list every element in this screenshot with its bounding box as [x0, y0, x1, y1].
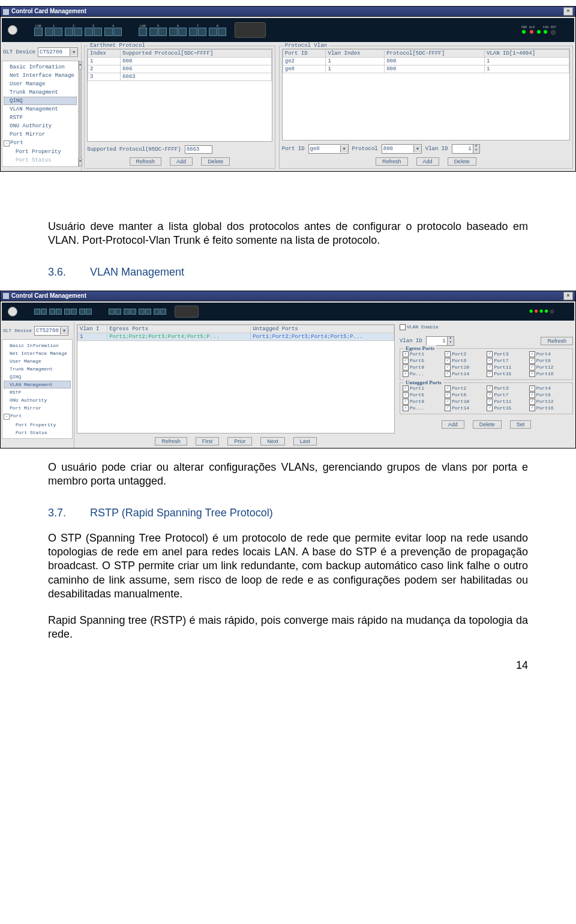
- nav-item-qinq[interactable]: QINQ: [4, 97, 77, 105]
- port-checkbox[interactable]: ✓Port7: [487, 358, 527, 364]
- nav-item-qinq[interactable]: QINQ: [4, 373, 71, 381]
- port-checkbox[interactable]: ✓Port3: [487, 351, 527, 357]
- checkbox-icon[interactable]: ✓: [529, 351, 535, 357]
- port-checkbox[interactable]: ✓Po...: [403, 405, 443, 411]
- port-checkbox[interactable]: ✓Port6: [445, 392, 485, 398]
- port-checkbox[interactable]: ✓Port2: [445, 385, 485, 391]
- port-checkbox[interactable]: ✓Port4: [529, 351, 570, 357]
- checkbox-icon[interactable]: ✓: [487, 385, 493, 391]
- checkbox-icon[interactable]: [400, 324, 406, 330]
- refresh-button[interactable]: Refresh: [376, 157, 408, 166]
- refresh-button[interactable]: Refresh: [155, 437, 187, 445]
- refresh-button[interactable]: Refresh: [541, 337, 573, 345]
- supported-protocol-input[interactable]: [185, 145, 212, 154]
- nav-item-vlan[interactable]: VLAN Management: [4, 381, 71, 388]
- checkbox-icon[interactable]: ✓: [529, 405, 535, 411]
- nav-item-vlan[interactable]: VLAN Management: [4, 105, 77, 113]
- nav-item-onu[interactable]: ONU Authority: [4, 122, 77, 130]
- delete-button[interactable]: Delete: [448, 157, 476, 166]
- checkbox-icon[interactable]: ✓: [403, 358, 409, 364]
- collapse-icon[interactable]: -: [4, 140, 10, 146]
- nav-item-port-prop[interactable]: Port Properity: [4, 148, 77, 156]
- checkbox-icon[interactable]: ✓: [403, 385, 409, 391]
- prior-button[interactable]: Prior: [227, 437, 252, 445]
- set-button[interactable]: Set: [510, 420, 532, 429]
- checkbox-icon[interactable]: ✓: [445, 351, 451, 357]
- port-checkbox[interactable]: ✓Port14: [445, 405, 485, 411]
- checkbox-icon[interactable]: ✓: [487, 392, 493, 398]
- checkbox-icon[interactable]: ✓: [445, 399, 451, 405]
- port-checkbox[interactable]: ✓Port6: [445, 358, 485, 364]
- chevron-down-icon[interactable]: ▼: [413, 145, 421, 152]
- checkbox-icon[interactable]: ✓: [403, 399, 409, 405]
- port-checkbox[interactable]: ✓Port15: [487, 405, 527, 411]
- nav-item-trunk[interactable]: Trunk Managment: [4, 88, 77, 97]
- chevron-down-icon[interactable]: ▼: [70, 49, 77, 56]
- nav-item-port-status[interactable]: Port Status: [4, 429, 71, 436]
- checkbox-icon[interactable]: ✓: [403, 371, 409, 377]
- port-checkbox[interactable]: ✓Port2: [445, 351, 485, 357]
- checkbox-icon[interactable]: ✓: [529, 371, 535, 377]
- port-checkbox[interactable]: ✓Port8: [529, 392, 570, 398]
- port-checkbox[interactable]: ✓Port3: [487, 385, 527, 391]
- checkbox-icon[interactable]: ✓: [529, 385, 535, 391]
- olt-device-combo[interactable]: ▼: [34, 326, 68, 336]
- delete-button[interactable]: Delete: [473, 420, 502, 429]
- checkbox-icon[interactable]: ✓: [487, 358, 493, 364]
- nav-item-onu[interactable]: ONU Authority: [4, 396, 71, 404]
- checkbox-icon[interactable]: ✓: [445, 392, 451, 398]
- port-checkbox[interactable]: ✓Port11: [487, 399, 527, 405]
- checkbox-icon[interactable]: ✓: [487, 405, 493, 411]
- olt-device-input[interactable]: [38, 49, 70, 55]
- port-checkbox[interactable]: ✓Port12: [529, 364, 570, 370]
- checkbox-icon[interactable]: ✓: [403, 392, 409, 398]
- checkbox-icon[interactable]: ✓: [529, 392, 535, 398]
- checkbox-icon[interactable]: ✓: [445, 371, 451, 377]
- vlan-id-spinner[interactable]: ▲▼: [426, 336, 454, 346]
- checkbox-icon[interactable]: ✓: [445, 385, 451, 391]
- nav-item-basic[interactable]: Basic Information: [4, 63, 77, 71]
- nav-item-netiface[interactable]: Net Interface Manage: [4, 71, 77, 80]
- checkbox-icon[interactable]: ✓: [487, 371, 493, 377]
- close-icon[interactable]: ×: [563, 292, 573, 300]
- nav-item-mirror[interactable]: Port Mirror: [4, 404, 71, 412]
- checkbox-icon[interactable]: ✓: [487, 399, 493, 405]
- next-button[interactable]: Next: [260, 437, 285, 445]
- port-checkbox[interactable]: ✓Port9: [403, 399, 443, 405]
- add-button[interactable]: Add: [170, 157, 193, 166]
- add-button[interactable]: Add: [416, 157, 439, 166]
- port-checkbox[interactable]: ✓Port8: [529, 358, 570, 364]
- spin-down-icon[interactable]: ▼: [447, 341, 454, 345]
- delete-button[interactable]: Delete: [201, 157, 230, 166]
- nav-item-user[interactable]: User Manage: [4, 80, 77, 88]
- checkbox-icon[interactable]: ✓: [403, 364, 409, 370]
- nav-item-port[interactable]: -Port: [4, 412, 71, 421]
- port-checkbox[interactable]: ✓Port11: [487, 364, 527, 370]
- port-checkbox[interactable]: ✓Port1: [403, 385, 443, 391]
- port-checkbox[interactable]: ✓Port9: [403, 364, 443, 370]
- nav-item-basic[interactable]: Basic Information: [4, 342, 71, 349]
- port-id-combo[interactable]: ▼: [308, 144, 349, 154]
- first-button[interactable]: First: [196, 437, 220, 445]
- nav-item-rstp[interactable]: RSTP: [4, 113, 77, 122]
- refresh-button[interactable]: Refresh: [130, 157, 162, 166]
- vlan-enable-checkbox[interactable]: VLAN Enable: [400, 324, 573, 330]
- port-checkbox[interactable]: ✓Port10: [445, 364, 485, 370]
- checkbox-icon[interactable]: ✓: [403, 405, 409, 411]
- checkbox-icon[interactable]: ✓: [403, 351, 409, 357]
- nav-item-port-prop[interactable]: Port Properity: [4, 421, 71, 429]
- protocol-combo[interactable]: ▼: [382, 144, 422, 154]
- olt-device-combo[interactable]: ▼: [38, 47, 78, 57]
- port-checkbox[interactable]: ✓Port4: [529, 385, 570, 391]
- close-icon[interactable]: ×: [563, 7, 573, 16]
- port-checkbox[interactable]: ✓Port14: [445, 371, 485, 377]
- spin-down-icon[interactable]: ▼: [473, 149, 479, 153]
- checkbox-icon[interactable]: ✓: [487, 351, 493, 357]
- nav-item-rstp[interactable]: RSTP: [4, 388, 71, 396]
- port-checkbox[interactable]: ✓Port5: [403, 392, 443, 398]
- port-checkbox[interactable]: ✓Port10: [445, 399, 485, 405]
- last-button[interactable]: Last: [293, 437, 317, 445]
- checkbox-icon[interactable]: ✓: [445, 405, 451, 411]
- olt-device-input[interactable]: [35, 328, 60, 334]
- vlan-id-spinner[interactable]: ▲▼: [452, 144, 480, 154]
